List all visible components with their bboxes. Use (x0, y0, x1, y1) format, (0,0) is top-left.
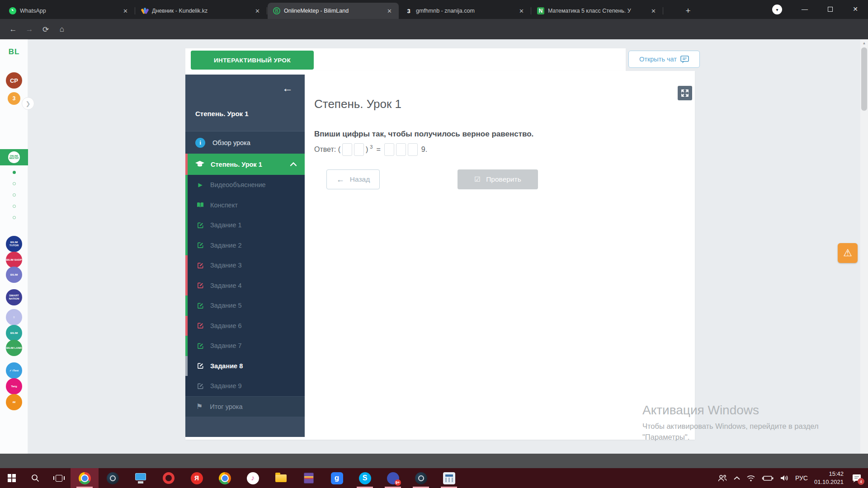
back-button[interactable]: ← Назад (326, 169, 380, 189)
window-close-button[interactable]: ✕ (843, 0, 868, 18)
speaker-icon[interactable] (780, 474, 789, 482)
answer-box-5[interactable] (408, 143, 418, 156)
page-scrollbar[interactable]: ▲ (860, 39, 868, 454)
taskbar-steam-icon[interactable] (99, 468, 127, 488)
taskbar-calculator-icon[interactable] (435, 468, 463, 488)
rail-dot[interactable] (13, 182, 16, 185)
people-icon[interactable] (717, 474, 727, 482)
tab-znanija[interactable]: 3 gmfhmnb - znanija.com ✕ (400, 3, 531, 19)
taskbar-skype-icon[interactable]: S (351, 468, 379, 488)
taskbar-yandex-icon[interactable]: Я (183, 468, 211, 488)
answer-box-1[interactable] (342, 143, 352, 156)
taskbar-steam-alt-icon[interactable] (407, 468, 435, 488)
sidebar-section-lesson[interactable]: Степень. Урок 1 (185, 154, 305, 175)
status-strip (185, 276, 188, 296)
warning-button[interactable]: ⚠ (838, 243, 858, 263)
rail-app-bilim-shop-icon[interactable]: BILIM SHOP (6, 252, 22, 268)
task-view-icon[interactable] (47, 468, 71, 488)
sidebar-item-3[interactable]: Задание 1 (185, 215, 305, 235)
sidebar-item-5[interactable]: Задание 3 (185, 255, 305, 276)
tab-close-icon[interactable]: ✕ (517, 7, 526, 15)
sidebar-item-summary[interactable]: ⚑ Итог урока (185, 396, 305, 417)
taskbar-explorer-icon[interactable] (267, 468, 295, 488)
scrollbar-thumb[interactable] (861, 47, 867, 111)
rail-avatar-cp[interactable]: CP (6, 72, 22, 89)
rail-app-bilim-tutor-icon[interactable]: BILIM TUTOR (6, 236, 22, 252)
notification-center-icon[interactable]: 4 (850, 471, 863, 485)
window-restore-button[interactable] (817, 0, 843, 18)
rail-app-bilim-central-icon[interactable]: BILIM (6, 325, 22, 341)
start-button[interactable] (0, 468, 24, 488)
window-minimize-button[interactable]: — (792, 0, 817, 18)
sidebar-item-overview[interactable]: i Обзор урока (185, 131, 305, 154)
rail-app-itest-icon[interactable]: ✓ iTest (6, 362, 22, 379)
exponent: 3 (370, 144, 373, 150)
taskbar-monitor-icon[interactable] (127, 468, 155, 488)
tab-close-icon[interactable]: ✕ (253, 7, 262, 15)
rail-item-onlinemektep[interactable]: ONLINE MEKTEP (0, 149, 28, 165)
tab-close-icon[interactable]: ✕ (385, 7, 394, 15)
status-strip (185, 356, 188, 376)
status-strip (185, 376, 188, 396)
battery-icon[interactable] (762, 475, 774, 482)
rail-dot-active[interactable] (13, 171, 16, 174)
taskbar-chrome-alt-icon[interactable] (211, 468, 239, 488)
sidebar-item-4[interactable]: Задание 2 (185, 235, 305, 256)
tab-close-icon[interactable]: ✕ (649, 7, 658, 15)
taskbar-g-reader-icon[interactable]: g (323, 468, 351, 488)
rail-app-twig-icon[interactable]: Twig (6, 378, 22, 394)
rail-app-bilim-land-icon[interactable]: BILIM LAND (6, 340, 22, 356)
sidebar-item-11[interactable]: Задание 9 (185, 376, 305, 396)
fullscreen-button[interactable] (678, 86, 692, 100)
sidebar-item-6[interactable]: Задание 4 (185, 276, 305, 296)
rail-dot[interactable] (13, 193, 16, 197)
back-arrow-icon[interactable]: ← (282, 83, 293, 94)
sidebar-item-8[interactable]: Задание 6 (185, 316, 305, 336)
tab-search-icon[interactable]: ▾ (772, 5, 782, 14)
sidebar-item-9[interactable]: Задание 7 (185, 336, 305, 356)
home-icon[interactable]: ⌂ (55, 23, 69, 36)
tab-matematika[interactable]: N Математика 5 класс Степень. У ✕ (532, 3, 663, 19)
sidebar-item-1[interactable]: ▶Видеообъяснение (185, 175, 305, 195)
taskbar-itunes-icon[interactable]: ♪ (239, 468, 267, 488)
forward-icon[interactable]: → (23, 23, 36, 36)
answer-box-4[interactable] (396, 143, 406, 156)
rail-app-imektep-icon[interactable]: iM (6, 394, 22, 410)
rail-app-bilim-card-icon[interactable]: ≡ (6, 309, 22, 325)
status-strip (185, 235, 188, 256)
edit-icon (196, 242, 204, 249)
tab-kundelik[interactable]: Дневник - Kundelik.kz ✕ (136, 3, 267, 19)
clock[interactable]: 15:42 01.10.2021 (814, 470, 844, 486)
taskbar-opera-icon[interactable] (155, 468, 183, 488)
rail-app-bilim-mektep-icon[interactable]: BILIM (6, 267, 22, 283)
tab-whatsapp[interactable]: WhatsApp ✕ (4, 3, 135, 19)
reload-icon[interactable]: ⟳ (39, 23, 52, 36)
taskbar-winrar-icon[interactable] (295, 468, 323, 488)
tab-title: OnlineMektep - BilimLand (284, 8, 381, 14)
new-tab-button[interactable]: + (682, 5, 694, 17)
taskbar-play-games-icon[interactable]: 9+ (379, 468, 407, 488)
rail-app-smart-nation-icon[interactable]: SMART NATION (6, 289, 22, 305)
answer-box-2[interactable] (354, 143, 364, 156)
scroll-up-icon[interactable]: ▲ (860, 39, 868, 47)
sidebar-item-2[interactable]: Конспект (185, 195, 305, 216)
back-icon[interactable]: ← (6, 23, 20, 36)
sidebar-item-7[interactable]: Задание 5 (185, 296, 305, 316)
language-indicator[interactable]: РУС (795, 474, 808, 482)
answer-box-3[interactable] (384, 143, 394, 156)
wifi-icon[interactable] (746, 474, 755, 482)
rail-dot[interactable] (13, 205, 16, 208)
sidebar-item-10[interactable]: Задание 8 (185, 356, 305, 376)
chevron-up-icon[interactable] (290, 162, 297, 166)
taskbar-chrome-icon[interactable] (71, 468, 99, 488)
tab-close-icon[interactable]: ✕ (121, 7, 130, 15)
interactive-lesson-button[interactable]: ИНТЕРАКТИВНЫЙ УРОК (191, 51, 314, 70)
check-button[interactable]: ☑ Проверить (458, 169, 538, 189)
tray-chevron-up-icon[interactable] (734, 476, 740, 480)
taskbar-search-icon[interactable] (24, 468, 47, 488)
tab-onlinemektep[interactable]: B OnlineMektep - BilimLand ✕ (268, 3, 399, 19)
rail-avatar-3[interactable]: 3 (8, 92, 20, 105)
rail-expand-chevron-icon[interactable]: ❯ (22, 97, 34, 110)
rail-dot[interactable] (13, 216, 16, 219)
open-chat-button[interactable]: Открыть чат (628, 51, 700, 68)
